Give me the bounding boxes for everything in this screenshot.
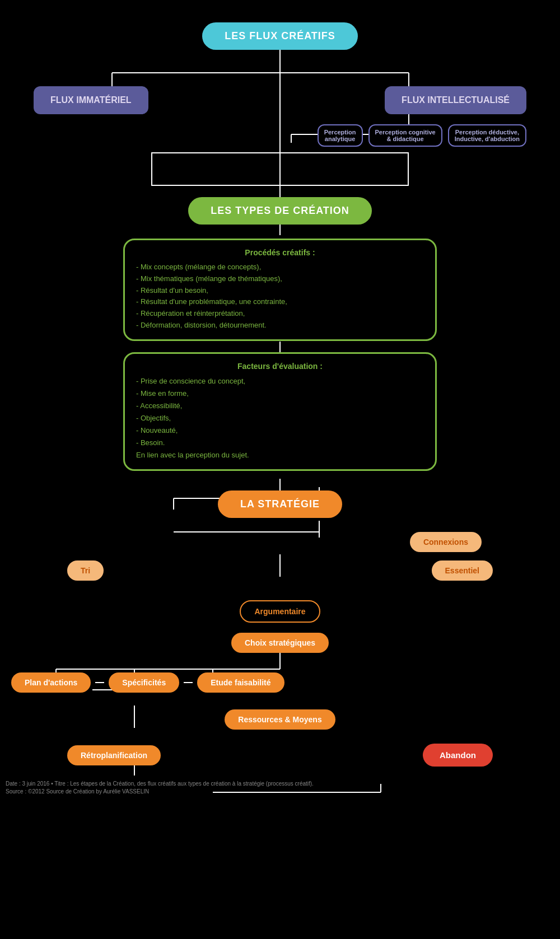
etude-faisabilite-node: Etude faisabilité	[197, 672, 284, 693]
plan-actions-node: Plan d'actions	[11, 672, 91, 693]
argumentaire-node: Argumentaire	[240, 600, 320, 623]
mindmap-diagram: LES FLUX CRÉATIFS FLUX IMMATÉRIEL FLUX I…	[0, 0, 560, 800]
choix-strategiques-node: Choix stratégiques	[231, 633, 329, 653]
facteurs-box: Facteurs d'évaluation : - Prise de consc…	[123, 352, 437, 471]
perception-cognitive-node: Perception cognitive & didactique	[368, 124, 442, 147]
types-creation-node: LES TYPES DE CRÉATION	[188, 197, 372, 225]
perception-analytique-node: Perception analytique	[318, 124, 363, 147]
procedes-content: - Mix concepts (mélange de concepts), - …	[136, 261, 424, 331]
perception-deductive-node: Perception déductive, Inductive, d'abduc…	[448, 124, 526, 147]
facteurs-content: - Prise de conscience du concept, - Mise…	[136, 375, 424, 462]
flux-creatifs-node: LES FLUX CRÉATIFS	[202, 22, 358, 50]
procedes-box: Procédés créatifs : - Mix concepts (méla…	[123, 239, 437, 341]
retroplanification-node: Rétroplanification	[67, 745, 161, 765]
facteurs-title: Facteurs d'évaluation :	[136, 362, 424, 371]
abandon-node: Abandon	[423, 744, 493, 767]
essentiel-node: Essentiel	[432, 560, 493, 581]
strategie-node: LA STRATÉGIE	[218, 490, 342, 518]
connexions-node: Connexions	[410, 532, 482, 552]
ressources-moyens-node: Ressources & Moyens	[225, 709, 335, 730]
specificites-node: Spécificités	[109, 672, 179, 693]
procedes-title: Procédés créatifs :	[136, 248, 424, 257]
flux-immateriel-node: FLUX IMMATÉRIEL	[34, 86, 148, 114]
footer-note: Date : 3 juin 2016 • Titre : Les étapes …	[6, 780, 314, 796]
flux-intellectualise-node: FLUX INTELLECTUALISÉ	[385, 86, 526, 114]
tri-node: Tri	[67, 560, 104, 581]
